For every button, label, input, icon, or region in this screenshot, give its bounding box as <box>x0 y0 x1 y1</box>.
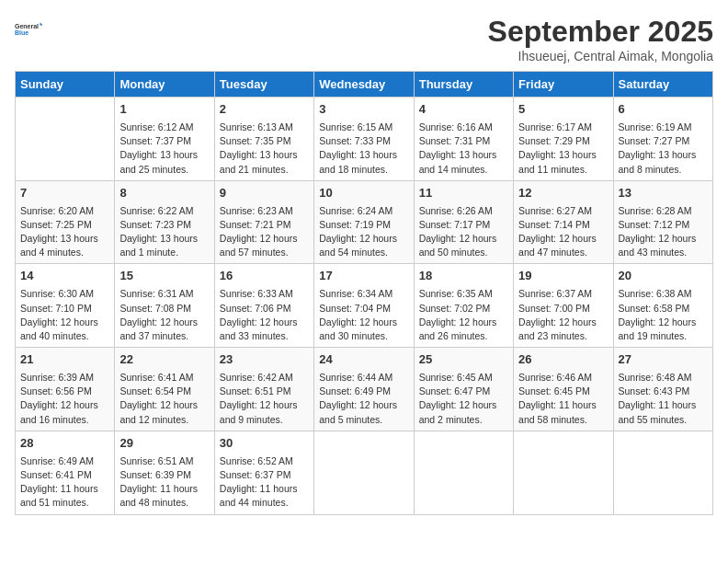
day-number: 20 <box>619 268 708 285</box>
cell-info: Sunrise: 6:19 AM <box>619 121 708 134</box>
cell-info: Sunset: 6:45 PM <box>518 385 608 398</box>
cell-info: Daylight: 12 hours <box>518 316 608 329</box>
cell-info: Daylight: 12 hours <box>20 398 109 412</box>
cell-info: Sunset: 6:56 PM <box>20 385 109 398</box>
day-number: 14 <box>20 268 109 285</box>
cell-info: and 58 minutes. <box>518 413 608 427</box>
cell-info: and 21 minutes. <box>220 163 309 177</box>
page-header: General Blue September 2025 Ihsueuej, Ce… <box>15 15 713 63</box>
cell-info: Daylight: 13 hours <box>619 148 708 162</box>
cell-info: and 33 minutes. <box>220 329 309 343</box>
cell-info: Sunrise: 6:37 AM <box>518 287 608 301</box>
col-header-monday: Monday <box>115 72 214 98</box>
cell-info: Sunrise: 6:13 AM <box>220 121 309 134</box>
day-number: 30 <box>220 435 309 453</box>
calendar-cell: 1Sunrise: 6:12 AMSunset: 7:37 PMDaylight… <box>115 98 214 181</box>
cell-info: Daylight: 13 hours <box>119 148 209 162</box>
cell-info: Sunset: 6:54 PM <box>119 385 209 398</box>
cell-info: Daylight: 12 hours <box>319 398 408 412</box>
day-number: 27 <box>619 351 708 369</box>
cell-info: Sunrise: 6:45 AM <box>419 371 508 385</box>
cell-info: Daylight: 13 hours <box>319 148 408 162</box>
calendar-cell <box>414 431 513 514</box>
cell-info: Daylight: 12 hours <box>419 398 508 412</box>
col-header-thursday: Thursday <box>414 72 513 98</box>
cell-info: and 18 minutes. <box>319 163 408 177</box>
day-number: 6 <box>619 101 708 119</box>
calendar-body: 1Sunrise: 6:12 AMSunset: 7:37 PMDaylight… <box>16 98 713 515</box>
day-number: 21 <box>20 351 109 369</box>
cell-info: Sunrise: 6:23 AM <box>220 204 309 218</box>
cell-info: and 48 minutes. <box>119 496 209 510</box>
cell-info: Sunrise: 6:34 AM <box>319 287 408 301</box>
cell-info: Daylight: 12 hours <box>619 316 708 329</box>
calendar-cell: 29Sunrise: 6:51 AMSunset: 6:39 PMDayligh… <box>115 431 214 514</box>
cell-info: Sunset: 7:23 PM <box>119 218 209 232</box>
cell-info: and 14 minutes. <box>419 163 508 177</box>
calendar-week-row: 1Sunrise: 6:12 AMSunset: 7:37 PMDaylight… <box>16 98 713 181</box>
cell-info: and 12 minutes. <box>119 413 209 427</box>
cell-info: Sunrise: 6:15 AM <box>319 121 408 134</box>
cell-info: Sunset: 6:49 PM <box>319 385 408 398</box>
cell-info: Sunrise: 6:52 AM <box>220 454 309 468</box>
day-number: 12 <box>518 185 608 202</box>
cell-info: and 11 minutes. <box>518 163 608 177</box>
day-number: 11 <box>419 185 508 202</box>
cell-info: Sunrise: 6:27 AM <box>518 204 608 218</box>
svg-text:General: General <box>15 23 39 29</box>
calendar-cell: 25Sunrise: 6:45 AMSunset: 6:47 PMDayligh… <box>414 348 513 431</box>
cell-info: Sunrise: 6:20 AM <box>20 204 109 218</box>
cell-info: and 51 minutes. <box>20 496 109 510</box>
col-header-tuesday: Tuesday <box>214 72 313 98</box>
calendar-cell: 13Sunrise: 6:28 AMSunset: 7:12 PMDayligh… <box>613 180 712 264</box>
logo-bird-icon: General Blue <box>15 15 42 42</box>
title-block: September 2025 Ihsueuej, Central Aimak, … <box>488 15 713 63</box>
cell-info: Sunset: 7:12 PM <box>619 218 708 232</box>
cell-info: Sunrise: 6:28 AM <box>619 204 708 218</box>
cell-info: and 37 minutes. <box>119 329 209 343</box>
calendar-header-row: SundayMondayTuesdayWednesdayThursdayFrid… <box>16 72 713 98</box>
cell-info: Daylight: 13 hours <box>20 232 109 246</box>
cell-info: and 44 minutes. <box>220 496 309 510</box>
calendar-cell: 10Sunrise: 6:24 AMSunset: 7:19 PMDayligh… <box>314 180 414 264</box>
calendar-cell: 17Sunrise: 6:34 AMSunset: 7:04 PMDayligh… <box>314 264 414 348</box>
day-number: 4 <box>419 101 508 119</box>
cell-info: and 23 minutes. <box>518 329 608 343</box>
cell-info: and 5 minutes. <box>319 413 408 427</box>
day-number: 1 <box>119 101 209 119</box>
calendar-cell: 7Sunrise: 6:20 AMSunset: 7:25 PMDaylight… <box>16 180 115 264</box>
cell-info: and 40 minutes. <box>20 329 109 343</box>
cell-info: Sunrise: 6:22 AM <box>119 204 209 218</box>
cell-info: and 30 minutes. <box>319 329 408 343</box>
day-number: 16 <box>220 268 309 285</box>
cell-info: Sunset: 7:19 PM <box>319 218 408 232</box>
cell-info: Sunrise: 6:48 AM <box>619 371 708 385</box>
day-number: 24 <box>319 351 408 369</box>
cell-info: and 2 minutes. <box>419 413 508 427</box>
col-header-wednesday: Wednesday <box>314 72 414 98</box>
cell-info: Daylight: 13 hours <box>518 148 608 162</box>
cell-info: Daylight: 12 hours <box>319 232 408 246</box>
day-number: 17 <box>319 268 408 285</box>
calendar-week-row: 21Sunrise: 6:39 AMSunset: 6:56 PMDayligh… <box>16 348 713 431</box>
cell-info: Daylight: 11 hours <box>220 482 309 496</box>
day-number: 5 <box>518 101 608 119</box>
cell-info: Sunrise: 6:26 AM <box>419 204 508 218</box>
svg-marker-2 <box>40 23 43 26</box>
logo: General Blue <box>15 15 42 42</box>
cell-info: Daylight: 12 hours <box>419 232 508 246</box>
calendar-cell: 27Sunrise: 6:48 AMSunset: 6:43 PMDayligh… <box>613 348 712 431</box>
svg-text:Blue: Blue <box>15 29 28 36</box>
calendar-cell: 6Sunrise: 6:19 AMSunset: 7:27 PMDaylight… <box>613 98 712 181</box>
calendar-cell: 24Sunrise: 6:44 AMSunset: 6:49 PMDayligh… <box>314 348 414 431</box>
cell-info: Daylight: 12 hours <box>220 316 309 329</box>
cell-info: Sunset: 6:58 PM <box>619 302 708 316</box>
cell-info: Sunset: 7:25 PM <box>20 218 109 232</box>
cell-info: and 4 minutes. <box>20 246 109 259</box>
cell-info: Sunrise: 6:33 AM <box>220 287 309 301</box>
cell-info: and 54 minutes. <box>319 246 408 259</box>
calendar-cell <box>16 98 115 181</box>
cell-info: Sunset: 7:37 PM <box>119 134 209 148</box>
cell-info: Sunset: 7:27 PM <box>619 134 708 148</box>
cell-info: Sunrise: 6:41 AM <box>119 371 209 385</box>
